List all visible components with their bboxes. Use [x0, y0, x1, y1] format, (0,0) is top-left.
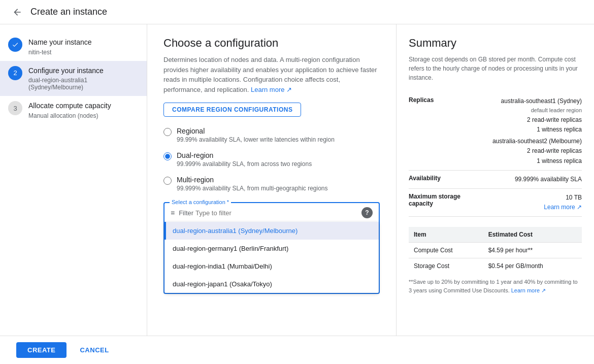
radio-multi-label: Multi-region	[177, 176, 328, 184]
compare-regions-button[interactable]: COMPARE REGION CONFIGURATIONS	[163, 103, 301, 117]
summary-key-availability: Availability	[409, 175, 475, 182]
step-2-content: Configure your instance dual-region-aust…	[28, 66, 104, 91]
sidebar-item-configure[interactable]: 2 Configure your instance dual-region-au…	[0, 61, 147, 96]
content-area: Choose a configuration Determines locati…	[147, 24, 396, 336]
step-3-content: Allocate compute capacity Manual allocat…	[28, 101, 111, 119]
step-1-label: Name your instance	[28, 38, 92, 48]
step-3-label: Allocate compute capacity	[28, 101, 111, 111]
cost-row-storage: Storage Cost $0.54 per GB/month	[409, 258, 582, 274]
radio-regional-label: Regional	[177, 127, 335, 135]
summary-row-availability: Availability 99.999% availability SLA	[409, 171, 582, 189]
cost-table-header-item: Item	[409, 227, 483, 243]
dropdown-item-2[interactable]: dual-region-india1 (Mumbai/Delhi)	[164, 257, 379, 275]
help-icon[interactable]: ?	[361, 207, 373, 218]
summary-val-availability: 99.999% availability SLA	[475, 175, 582, 184]
summary-key-storage: Maximum storage capacity	[409, 193, 475, 207]
cost-item-compute: Compute Cost	[409, 243, 483, 258]
learn-more-link-top[interactable]: Learn more ↗	[251, 86, 292, 93]
dropdown-list: dual-region-australia1 (Sydney/Melbourne…	[164, 222, 379, 293]
sidebar-item-name[interactable]: Name your instance nitin-test	[0, 32, 147, 61]
step-2-label: Configure your instance	[28, 66, 104, 76]
cost-table-header-cost: Estimated Cost	[483, 227, 582, 243]
config-select-wrapper: Select a configuration * ≡ Filter ? dual…	[163, 202, 380, 294]
summary-val-replicas: australia-southeast1 (Sydney) default le…	[475, 96, 582, 166]
cost-note: **Save up to 20% by committing to 1 year…	[409, 278, 582, 294]
summary-desc: Storage cost depends on GB stored per mo…	[409, 55, 582, 82]
bottom-bar: CREATE CANCEL	[0, 336, 594, 364]
sidebar: Name your instance nitin-test 2 Configur…	[0, 24, 147, 336]
section-desc: Determines location of nodes and data. A…	[163, 55, 380, 94]
dropdown-item-3[interactable]: dual-region-japan1 (Osaka/Tokyo)	[164, 275, 379, 293]
summary-title: Summary	[409, 37, 582, 50]
cost-item-storage: Storage Cost	[409, 258, 483, 274]
main-layout: Name your instance nitin-test 2 Configur…	[0, 24, 594, 336]
section-title: Choose a configuration	[163, 37, 380, 50]
radio-group: Regional 99.99% availability SLA, lower …	[163, 127, 380, 192]
summary-row-storage: Maximum storage capacity 10 TB Learn mor…	[409, 189, 582, 217]
sidebar-item-allocate[interactable]: 3 Allocate compute capacity Manual alloc…	[0, 96, 147, 124]
learn-more-cost-link[interactable]: Learn more ↗	[511, 287, 546, 293]
step-1-sub: nitin-test	[28, 49, 92, 56]
step-2-sub: dual-region-australia1(Sydney/Melbourne)	[28, 77, 104, 91]
create-button[interactable]: CREATE	[16, 342, 67, 358]
filter-icon: ≡	[171, 209, 175, 217]
summary-val-storage: 10 TB Learn more ↗	[475, 193, 582, 212]
dropdown-item-1[interactable]: dual-region-germany1 (Berlin/Frankfurt)	[164, 240, 379, 257]
step-1-indicator	[8, 38, 22, 52]
radio-regional-desc: 99.99% availability SLA, lower write lat…	[177, 136, 335, 143]
back-button[interactable]	[8, 3, 26, 21]
cost-val-storage: $0.54 per GB/month	[483, 258, 582, 274]
radio-dual-desc: 99.999% availability SLA, from across tw…	[177, 160, 312, 168]
learn-more-storage-link[interactable]: Learn more ↗	[544, 204, 582, 211]
summary-row-replicas: Replicas australia-southeast1 (Sydney) d…	[409, 92, 582, 171]
top-bar: Create an instance	[0, 0, 594, 24]
filter-input[interactable]	[195, 209, 361, 217]
radio-multi-input[interactable]	[163, 177, 172, 185]
summary-panel: Summary Storage cost depends on GB store…	[396, 24, 594, 336]
radio-regional-input[interactable]	[163, 128, 172, 136]
dropdown-item-0[interactable]: dual-region-australia1 (Sydney/Melbourne…	[164, 222, 379, 240]
cancel-button[interactable]: CANCEL	[71, 342, 118, 358]
radio-multi-region[interactable]: Multi-region 99.999% availability SLA, f…	[163, 176, 380, 192]
cost-val-compute: $4.59 per hour**	[483, 243, 582, 258]
radio-multi-desc: 99.999% availability SLA, from multi-geo…	[177, 185, 328, 192]
radio-dual-input[interactable]	[163, 152, 172, 160]
filter-row: ≡ Filter ?	[164, 203, 379, 223]
page-title: Create an instance	[30, 7, 107, 17]
step-3-sub: Manual allocation (nodes)	[28, 112, 111, 119]
summary-section-replicas: Replicas australia-southeast1 (Sydney) d…	[409, 92, 582, 217]
radio-dual-label: Dual-region	[177, 151, 312, 159]
radio-regional[interactable]: Regional 99.99% availability SLA, lower …	[163, 127, 380, 143]
summary-key-replicas: Replicas	[409, 96, 475, 104]
cost-table: Item Estimated Cost Compute Cost $4.59 p…	[409, 227, 582, 274]
radio-dual-region[interactable]: Dual-region 99.999% availability SLA, fr…	[163, 151, 380, 168]
step-3-indicator: 3	[8, 101, 22, 115]
config-select-label: Select a configuration *	[170, 199, 231, 205]
step-1-content: Name your instance nitin-test	[28, 38, 92, 56]
step-2-indicator: 2	[8, 66, 22, 80]
cost-row-compute: Compute Cost $4.59 per hour**	[409, 243, 582, 258]
config-select-box[interactable]: Select a configuration * ≡ Filter ? dual…	[163, 202, 380, 294]
filter-label: Filter	[179, 209, 193, 217]
